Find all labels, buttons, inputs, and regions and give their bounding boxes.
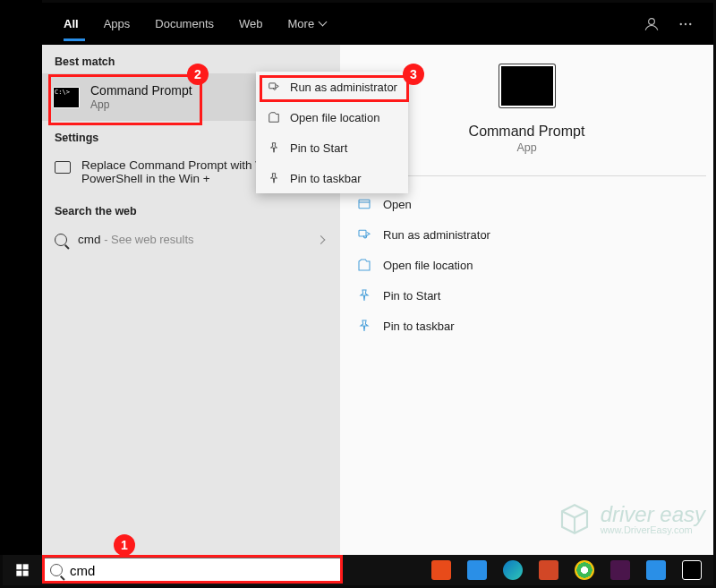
annotation-box-2 — [48, 74, 202, 125]
annotation-number-2: 2 — [187, 64, 209, 85]
preview-subtitle: App — [516, 141, 536, 154]
taskbar-app-window[interactable] — [638, 555, 674, 585]
svg-point-1 — [680, 22, 682, 24]
more-options-icon[interactable] — [678, 16, 694, 32]
web-result-item[interactable]: cmd - See web results — [42, 223, 340, 256]
tab-apps[interactable]: Apps — [91, 3, 143, 45]
tab-more-label: More — [288, 17, 315, 30]
action-pin-taskbar-label: Pin to taskbar — [383, 320, 455, 333]
pin-start-icon — [267, 141, 281, 155]
taskbar-app-generic-blue[interactable] — [459, 555, 495, 585]
action-run-admin-label: Run as administrator — [383, 228, 490, 242]
action-pin-start-label: Pin to Start — [383, 289, 440, 303]
search-icon — [55, 234, 67, 246]
ctx-pin-start[interactable]: Pin to Start — [256, 132, 408, 163]
desktop-wallpaper-strip — [0, 0, 42, 555]
svg-point-2 — [685, 22, 686, 24]
search-scope-tabs: All Apps Documents Web More — [42, 3, 713, 45]
annotation-box-3 — [260, 75, 409, 102]
taskbar-app-powerpoint[interactable] — [531, 555, 567, 585]
svg-rect-10 — [23, 571, 29, 576]
svg-rect-9 — [16, 571, 21, 576]
section-search-web: Search the web — [42, 194, 340, 223]
action-pin-start[interactable]: Pin to Start — [353, 280, 712, 311]
svg-rect-7 — [16, 564, 21, 569]
svg-point-3 — [689, 22, 691, 24]
app-thumbnail — [499, 64, 555, 107]
ctx-open-location[interactable]: Open file location — [256, 102, 408, 132]
annotation-number-1: 1 — [114, 534, 135, 556]
svg-rect-4 — [359, 200, 370, 208]
tab-all[interactable]: All — [51, 3, 91, 45]
folder-icon — [356, 257, 372, 273]
taskbar-pinned-apps — [423, 555, 713, 585]
account-icon[interactable] — [644, 16, 660, 32]
taskbar-app-snagit[interactable] — [423, 555, 459, 585]
taskbar-app-slack[interactable] — [602, 555, 638, 585]
action-open-location[interactable]: Open file location — [353, 250, 712, 280]
ctx-pin-taskbar-label: Pin to taskbar — [290, 172, 362, 185]
svg-point-0 — [649, 18, 655, 24]
chevron-right-icon — [317, 235, 326, 244]
pin-taskbar-icon — [356, 318, 372, 334]
svg-rect-8 — [23, 564, 29, 569]
action-pin-taskbar[interactable]: Pin to taskbar — [353, 311, 712, 341]
pin-taskbar-icon — [267, 171, 281, 185]
web-result-hint: - See web results — [101, 233, 194, 246]
start-button[interactable] — [3, 555, 42, 585]
annotation-box-1 — [42, 555, 343, 584]
svg-rect-5 — [359, 230, 366, 236]
action-open-location-label: Open file location — [383, 259, 473, 272]
taskbar-app-edge[interactable] — [495, 555, 531, 585]
ctx-pin-taskbar[interactable]: Pin to taskbar — [256, 163, 408, 193]
annotation-number-3: 3 — [403, 64, 424, 85]
action-open-label: Open — [383, 198, 412, 211]
ctx-open-location-label: Open file location — [290, 111, 379, 124]
taskbar-app-command-prompt[interactable] — [674, 555, 710, 585]
tab-documents[interactable]: Documents — [142, 3, 226, 45]
tab-web[interactable]: Web — [226, 3, 276, 45]
pin-start-icon — [356, 287, 372, 303]
window-icon — [55, 161, 71, 174]
preview-title: Command Prompt — [469, 124, 585, 140]
admin-shield-icon — [356, 226, 372, 243]
web-result-term: cmd — [78, 233, 101, 246]
open-icon — [356, 196, 372, 212]
taskbar-app-chrome[interactable] — [567, 555, 602, 585]
chevron-down-icon — [319, 18, 328, 27]
action-run-admin[interactable]: Run as administrator — [353, 219, 712, 250]
action-open[interactable]: Open — [353, 189, 712, 219]
folder-icon — [267, 110, 281, 124]
tab-more[interactable]: More — [276, 3, 339, 45]
ctx-pin-start-label: Pin to Start — [290, 141, 347, 155]
